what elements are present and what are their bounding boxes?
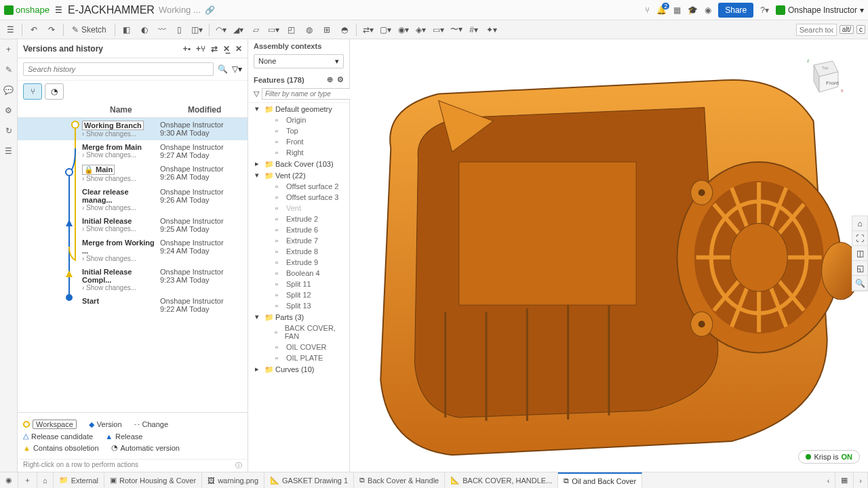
link-icon[interactable]: 🔗 [205, 5, 215, 15]
feature-node[interactable]: ▫Top [248, 125, 349, 136]
feature-node[interactable]: ▫Front [248, 136, 349, 147]
filter-icon[interactable]: ▽ [254, 89, 259, 98]
rail-list-icon[interactable]: ☰ [3, 145, 15, 157]
custom-icon[interactable]: ✦▾ [484, 22, 499, 37]
feature-tree[interactable]: ▾📁Default geometry▫Origin▫Top▫Front▫Righ… [248, 102, 349, 472]
feature-node[interactable]: ▫Vent [248, 203, 349, 214]
add-feature-icon[interactable]: ⊕ [327, 75, 333, 84]
feature-node[interactable]: ▫Extrude 7 [248, 235, 349, 246]
feature-node[interactable]: ▫Origin [248, 115, 349, 125]
record-icon[interactable]: ◉ [0, 472, 18, 488]
time-view-toggle[interactable]: ◔ [45, 83, 64, 100]
user-menu[interactable]: Onshape Instructor ▾ [776, 5, 864, 15]
version-row[interactable]: StartOnshape Instructor9:22 AM Today [18, 294, 248, 316]
rail-draw-icon[interactable]: ✎ [3, 64, 15, 76]
document-title[interactable]: E-JACKHAMMER [68, 4, 155, 16]
tools-icon[interactable]: ✕̲ [223, 44, 230, 54]
feature-node[interactable]: ▫Boolean 4 [248, 268, 349, 279]
filter-icon[interactable]: ▽▾ [232, 64, 242, 74]
variable-icon[interactable]: #▾ [467, 22, 481, 37]
menu-icon[interactable]: ☰ [55, 5, 62, 15]
feature-node[interactable]: ▫Split 12 [248, 289, 349, 300]
feature-node[interactable]: ▫Offset surface 3 [248, 192, 349, 203]
feature-node[interactable]: ▫Extrude 2 [248, 214, 349, 224]
thicken-icon[interactable]: ◫▾ [190, 22, 205, 37]
brand-logo[interactable]: onshape [4, 5, 50, 15]
version-row[interactable]: Working BranchShow changes...Onshape Ins… [18, 118, 248, 140]
show-changes-link[interactable]: Show changes... [82, 151, 160, 159]
feature-node[interactable]: ▾📁Default geometry [248, 103, 349, 115]
feature-node[interactable]: ▫BACK COVER, FAN [248, 323, 349, 342]
apps-icon[interactable]: ▦ [673, 5, 681, 15]
section-icon[interactable]: ◫ [852, 246, 867, 261]
help-icon[interactable]: ◉ [705, 5, 711, 15]
rail-add-icon[interactable]: + [3, 43, 15, 56]
feature-node[interactable]: ▸📁Curves (10) [248, 363, 349, 375]
feature-node[interactable]: ▫Extrude 9 [248, 257, 349, 268]
create-version-icon[interactable]: +▪ [183, 44, 191, 54]
versions-list[interactable]: Working BranchShow changes...Onshape Ins… [18, 118, 248, 412]
create-branch-icon[interactable]: +⑂ [196, 44, 205, 54]
tab[interactable]: 🖼warning.png [202, 472, 264, 488]
compare-icon[interactable]: ⇄ [211, 44, 218, 54]
versions-search-input[interactable] [23, 62, 214, 76]
show-changes-link[interactable]: Show changes... [82, 204, 160, 211]
show-changes-link[interactable]: Show changes... [82, 175, 160, 182]
show-changes-link[interactable]: Show changes... [82, 130, 160, 138]
hole-icon[interactable]: ◍ [302, 22, 317, 37]
tab[interactable]: 📁External [54, 472, 104, 488]
rail-comment-icon[interactable]: 💬 [3, 84, 15, 96]
fit-icon[interactable]: ⛶ [852, 231, 867, 246]
version-row[interactable]: Clear release manag...Show changes...Ons… [18, 185, 248, 214]
feature-node[interactable]: ▫OIL PLATE [248, 352, 349, 363]
sketch-button[interactable]: ✎Sketch [68, 24, 111, 36]
extrude-icon[interactable]: ◧ [119, 22, 134, 37]
feature-node[interactable]: ▸📁Back Cover (103) [248, 158, 349, 169]
boolean-icon[interactable]: ◓ [337, 22, 352, 37]
revolve-icon[interactable]: ◐ [137, 22, 152, 37]
notifications-icon[interactable]: 🔔2 [656, 5, 667, 15]
krisp-badge[interactable]: Krisp is ON [798, 450, 860, 464]
version-row[interactable]: Initial Release Compl...Show changes...O… [18, 265, 248, 294]
chamfer-icon[interactable]: ◢▾ [231, 22, 246, 37]
tree-toggle-icon[interactable]: ☰ [3, 22, 18, 37]
close-icon[interactable]: ✕ [235, 44, 242, 54]
add-tab-icon[interactable]: ＋ [18, 472, 37, 488]
feature-filter-input[interactable] [262, 88, 355, 100]
home-tab-icon[interactable]: ⌂ [37, 472, 54, 488]
shell-icon[interactable]: ◰ [284, 22, 299, 37]
draft-icon[interactable]: ▱ [249, 22, 264, 37]
feature-node[interactable]: ▫Extrude 6 [248, 224, 349, 235]
loft-icon[interactable]: ▯ [172, 22, 187, 37]
version-row[interactable]: Merge from Working ...Show changes...Ons… [18, 236, 248, 265]
home-view-icon[interactable]: ⌂ [852, 216, 867, 231]
settings-icon[interactable]: ⚙ [337, 75, 344, 84]
view-cube[interactable]: Front Top z x [800, 53, 848, 100]
info-icon[interactable]: ⓘ [235, 461, 242, 470]
feature-node[interactable]: ▫Offset surface 2 [248, 181, 349, 192]
graph-view-toggle[interactable]: ⑂ [23, 83, 42, 100]
feature-node[interactable]: ▫Split 11 [248, 279, 349, 289]
show-changes-link[interactable]: Show changes... [82, 284, 160, 291]
search-icon[interactable]: 🔍 [218, 64, 228, 74]
help-menu-icon[interactable]: ?▾ [760, 5, 769, 15]
sweep-icon[interactable]: 〰 [155, 22, 170, 37]
feature-node[interactable]: ▫OIL COVER [248, 342, 349, 352]
curve-icon[interactable]: 〜▾ [449, 22, 464, 37]
modify-icon[interactable]: ◉▾ [396, 22, 411, 37]
viewport[interactable]: Front Top z x ⌂ ⛶ ◫ ◱ 🔍 Krisp is ON [350, 39, 868, 472]
rail-history-icon[interactable]: ↻ [3, 125, 15, 137]
version-row[interactable]: Initial ReleaseShow changes...Onshape In… [18, 214, 248, 236]
pattern-icon[interactable]: ⊞ [319, 22, 334, 37]
rail-config-icon[interactable]: ⚙ [3, 104, 15, 117]
plane-icon[interactable]: ▭▾ [431, 22, 446, 37]
rib-icon[interactable]: ▭▾ [267, 22, 281, 37]
delete-icon[interactable]: ▢▾ [378, 22, 393, 37]
feature-node[interactable]: ▫Extrude 8 [248, 246, 349, 257]
transform-icon[interactable]: ⇄▾ [361, 22, 376, 37]
iso-icon[interactable]: ◱ [852, 261, 867, 276]
feature-node[interactable]: ▾📁Parts (3) [248, 311, 349, 323]
assembly-contexts-select[interactable]: None▾ [254, 54, 344, 68]
version-row[interactable]: Merge from MainShow changes...Onshape In… [18, 140, 248, 162]
show-changes-link[interactable]: Show changes... [82, 225, 160, 232]
